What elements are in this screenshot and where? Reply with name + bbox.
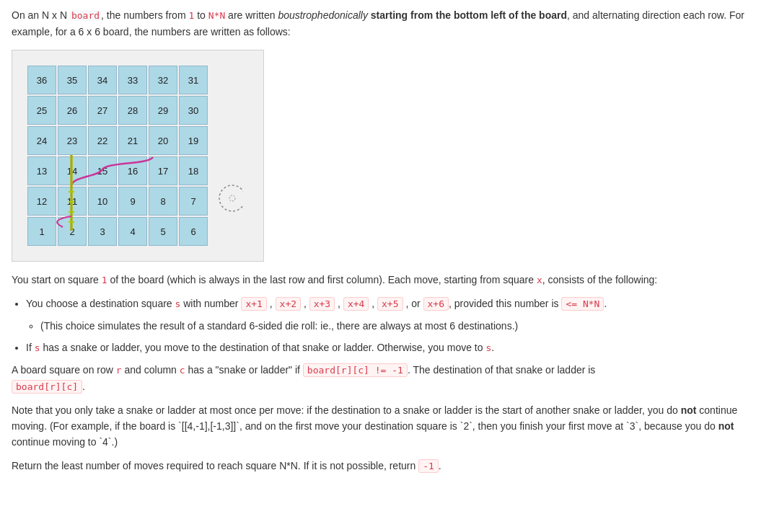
bullet2-mid: has a snake or ladder, you move to the d… (40, 342, 486, 353)
cell-25: 25 (27, 96, 56, 125)
cell-9: 9 (118, 187, 147, 216)
cell-8: 8 (149, 187, 177, 216)
cell-11: 11 (58, 187, 87, 216)
rules-list: You choose a destination square s with n… (26, 296, 762, 356)
bullet1-provided: , provided this number is (449, 298, 561, 309)
cell-22: 22 (88, 126, 117, 155)
board-grid: 36 35 34 33 32 31 25 26 27 28 29 30 (27, 65, 208, 247)
cell-36: 36 (27, 66, 56, 94)
svg-point-5 (219, 185, 243, 211)
cell-10: 10 (88, 187, 117, 216)
cell-20: 20 (149, 126, 177, 155)
row-r: r (116, 365, 122, 376)
cell-7: 7 (179, 187, 208, 216)
cell-14: 14 (58, 156, 87, 185)
cell-24: 24 (27, 126, 56, 155)
period-text: . The destination of that snake or ladde… (408, 364, 595, 376)
cell-21: 21 (118, 126, 147, 155)
board-row-1: 36 35 34 33 32 31 (27, 65, 208, 95)
sq1-text-end: , consists of the following: (542, 274, 658, 285)
cell-13: 13 (27, 156, 56, 185)
to-word: to (197, 9, 206, 21)
cell-35: 35 (58, 66, 87, 94)
intro-text-start: On an N x N (12, 9, 70, 21)
cell-28: 28 (118, 96, 147, 125)
code-lte: <= N*N (561, 297, 604, 311)
nxn-ref: N*N (208, 10, 225, 21)
code-x1: x+1 (241, 297, 266, 311)
and-column-text: and column (122, 364, 180, 376)
cell-6: 6 (179, 217, 208, 246)
cell-15: 15 (88, 156, 117, 185)
board-area: 36 35 34 33 32 31 25 26 27 28 29 30 (12, 50, 264, 262)
bullet2-pre: If (26, 342, 35, 353)
rule-item-1: You choose a destination square s with n… (26, 296, 762, 334)
bullet1-pre: You choose a destination square (26, 298, 175, 309)
boustrophedonically: boustrophedonically (278, 9, 368, 21)
code-x4: x+4 (343, 297, 369, 311)
cell-34: 34 (88, 66, 117, 94)
sq-x: x (537, 275, 542, 285)
svg-point-6 (229, 195, 235, 201)
board-row-5: 12 11 10 9 8 7 (27, 186, 208, 216)
cell-27: 27 (88, 96, 117, 125)
intro-text-mid: , the numbers from (101, 9, 188, 21)
note-not-2: not (718, 420, 734, 432)
cell-33: 33 (118, 66, 147, 94)
board-code-2: board[r][c] (12, 380, 82, 394)
period2-text: . (82, 381, 85, 392)
cell-29: 29 (149, 96, 177, 125)
cell-2: 2 (58, 217, 87, 246)
rule-item-2: If s has a snake or ladder, you move to … (26, 340, 762, 356)
cell-4: 4 (118, 217, 147, 246)
note-paragraph: Note that you only take a snake or ladde… (12, 402, 762, 451)
return-text: Return the least number of moves require… (12, 460, 418, 471)
bullet2-end: . (491, 342, 494, 353)
cell-30: 30 (179, 96, 208, 125)
col-c: c (180, 365, 185, 376)
num-one: 1 (188, 10, 194, 21)
cell-18: 18 (179, 156, 208, 185)
bullet1-end: . (604, 298, 607, 309)
board-code-1: board[r][c] != -1 (303, 363, 408, 377)
cell-12: 12 (27, 187, 56, 216)
note-end: continue moving to `4`.) (12, 436, 118, 448)
row-text: A board square on row (12, 364, 116, 376)
bullet2-s1: s (35, 342, 40, 353)
sq1-num: 1 (102, 275, 107, 285)
return-paragraph: Return the least number of moves require… (12, 458, 762, 474)
sub-list: (This choice simulates the result of a s… (40, 318, 762, 334)
cell-16: 16 (118, 156, 147, 185)
board-keyword: board (70, 10, 101, 21)
cell-32: 32 (149, 66, 177, 94)
return-code: -1 (418, 459, 439, 473)
code-x5: x+5 (377, 297, 403, 311)
bold-starting: starting from the bottom left of the boa… (371, 9, 567, 21)
cell-5: 5 (149, 217, 177, 246)
code-x3: x+3 (309, 297, 335, 311)
cell-1: 1 (27, 217, 56, 246)
board-row-4: 13 14 15 16 17 18 (27, 156, 208, 186)
code-x6: x+6 (423, 297, 449, 311)
or-word: or (411, 298, 420, 309)
problem-description: On an N x N board, the numbers from 1 to… (12, 7, 762, 474)
board-wrapper: 36 35 34 33 32 31 25 26 27 28 29 30 (27, 65, 208, 247)
row-column-paragraph: A board square on row r and column c has… (12, 362, 762, 395)
sq1-text-start: You start on square (12, 274, 102, 285)
cell-23: 23 (58, 126, 87, 155)
intro-are-written: are written (225, 9, 278, 21)
note-not-1: not (681, 404, 697, 416)
bullet1-with: with number (180, 298, 241, 309)
intro-paragraph: On an N x N board, the numbers from 1 to… (12, 7, 762, 40)
square1-paragraph: You start on square 1 of the board (whic… (12, 272, 762, 288)
sub-bullet-item: (This choice simulates the result of a s… (40, 318, 762, 334)
return-end: . (439, 460, 441, 471)
cell-17: 17 (149, 156, 177, 185)
board-row-3: 24 23 22 21 20 19 (27, 125, 208, 156)
cell-31: 31 (179, 66, 208, 94)
has-text: has a "snake or ladder" if (185, 364, 303, 376)
board-row-2: 25 26 27 28 29 30 (27, 95, 208, 125)
code-x2: x+2 (276, 297, 301, 311)
board-row-6: 1 2 3 4 5 6 (27, 216, 208, 247)
cell-26: 26 (58, 96, 87, 125)
